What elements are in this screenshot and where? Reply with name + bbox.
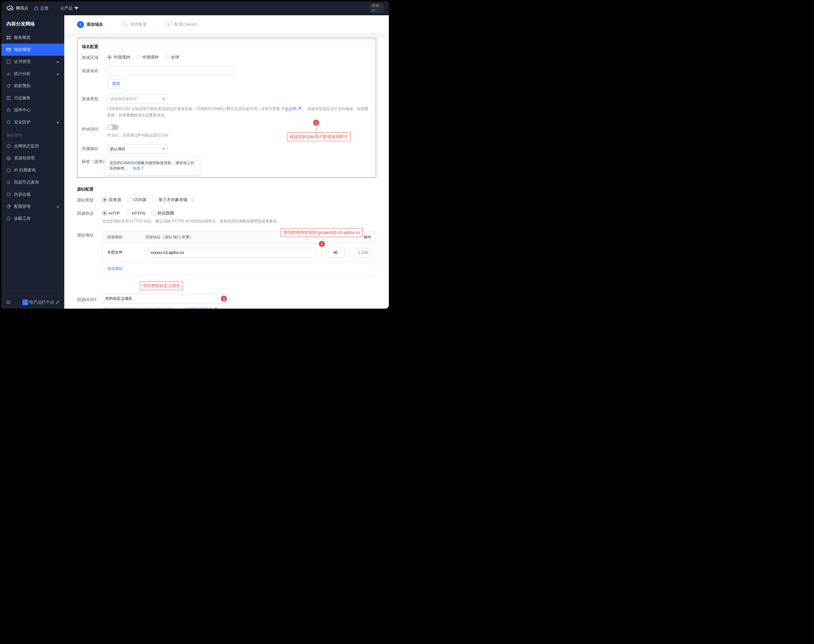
sidebar-item-monitor[interactable]: 全网状态监控 — [1, 140, 64, 152]
sidebar-item-plugin[interactable]: 插件中心 — [1, 104, 64, 116]
radio-label: HTTPS — [132, 211, 146, 216]
quota-icon — [6, 204, 11, 209]
origin-weight-input[interactable] — [355, 248, 371, 258]
sidebar-item-ip[interactable]: IP 归属查询 — [1, 164, 64, 176]
ipv6-toggle[interactable] — [107, 124, 119, 130]
row-domain: 加速域名 添加 — [82, 66, 372, 89]
radio-region-overseas[interactable]: 中国境外 — [136, 54, 159, 60]
row-origin-addr: 源站地址 填写软件内对应的 {projectId}.n3.apifox.cn 2… — [77, 230, 376, 276]
host-help-link[interactable]: 什么是回源HOST？ — [179, 307, 218, 309]
radio-dot-icon — [152, 198, 156, 202]
radio-proto-http[interactable]: HTTP — [103, 211, 120, 216]
domain-input[interactable] — [107, 66, 235, 76]
field-label: 标签（选填） — [82, 157, 107, 164]
accel-type-select[interactable]: 请选择加速类型 — [107, 94, 168, 104]
add-domain-button[interactable]: 添加 — [107, 79, 125, 89]
chevron-down-icon — [162, 148, 165, 150]
annotation-text: 根据您的目标用户群体选择即可 — [287, 132, 351, 141]
radio-label: 中国境外 — [142, 54, 159, 60]
annotation-text: 填写您的自定义域名 — [140, 281, 183, 290]
sidebar-item-content[interactable]: 内容合规 — [1, 189, 64, 201]
help-text-part: CDN和ECDN 分别适用于静态资源或动态资源加速。CDN和ECDN的计费方式及… — [107, 107, 280, 111]
product-doc-link[interactable]: 产品文档 — [281, 107, 301, 111]
step-1[interactable]: 1 添加域名 — [77, 21, 103, 28]
sidebar-item-package[interactable]: 资源包管理 — [1, 152, 64, 164]
radio-label: 第三方对象存储 — [158, 197, 187, 203]
sidebar-item-diag[interactable]: 诊断工具 — [1, 213, 64, 225]
field-label: IPv6访问 — [82, 124, 107, 132]
radio-dot-icon — [164, 55, 169, 60]
origin-port-input[interactable] — [326, 248, 345, 258]
collapse-icon[interactable] — [6, 300, 11, 305]
add-origin-link[interactable]: 添加源站 — [107, 266, 123, 271]
nav-products[interactable]: 云产品 — [60, 5, 78, 11]
radio-proto-https[interactable]: HTTPS — [126, 211, 146, 216]
radio-dot-icon — [103, 211, 107, 215]
info-icon[interactable]: i — [191, 198, 195, 202]
row-region: 加速区域 中国境内 中国境外 全球 — [82, 53, 372, 60]
sidebar-label: 内容合规 — [14, 192, 31, 197]
row-origin-type: 源站类型 自有源 COS源 第三方对象存储i — [77, 195, 376, 203]
radio-region-global[interactable]: 全球 — [164, 54, 179, 60]
form-card: 域名配置 加速区域 中国境内 中国境外 全球 加速域名 添加 — [64, 38, 389, 309]
radio-label: COS源 — [133, 197, 146, 203]
radio-origin-3rd[interactable]: 第三方对象存储i — [152, 197, 195, 203]
region-radio-group: 中国境内 中国境外 全球 — [107, 53, 372, 60]
plugin-icon — [6, 108, 11, 112]
svg-rect-4 — [7, 169, 11, 172]
chevron-right-icon: 〉 — [110, 22, 114, 28]
field-label: 回源协议 — [77, 209, 103, 216]
help-text-part: 回源HOST是回源时在源站访问的站点域名。 — [103, 307, 178, 309]
sidebar-item-overview[interactable]: 服务概览 — [1, 32, 64, 44]
sidebar-label: 回源节点查询 — [14, 179, 39, 185]
step-label: 添加域名 — [87, 21, 103, 28]
diag-icon — [6, 216, 11, 221]
global-search[interactable]: 搜索产 — [370, 4, 384, 13]
tooltip-dismiss-link[interactable]: 知道了 — [133, 166, 144, 170]
sidebar-label: 安全防护 — [14, 119, 31, 125]
radio-label: 自有源 — [109, 197, 121, 203]
origin-host-input[interactable] — [103, 294, 230, 304]
chevron-down-icon — [162, 98, 165, 100]
sidebar-item-log[interactable]: 日志服务 — [1, 92, 64, 104]
project-select[interactable]: 默认项目 — [107, 144, 168, 154]
sidebar-item-security[interactable]: 安全防护 — [1, 116, 64, 128]
sidebar-item-quota[interactable]: 配额管理 — [1, 201, 64, 213]
log-icon — [6, 96, 11, 100]
rate-label: 给产品打个分 — [29, 299, 54, 305]
separator: : — [347, 250, 352, 255]
radio-proto-follow[interactable]: 协议跟随 — [151, 210, 174, 216]
row-project: 所属项目 默认项目 — [82, 144, 372, 154]
sidebar-item-domain[interactable]: 域名管理 — [1, 44, 64, 56]
cloud-icon — [6, 5, 13, 12]
radio-dot-icon — [136, 55, 140, 60]
radio-origin-self[interactable]: 自有源 — [103, 197, 121, 203]
nav-home[interactable]: 总览 — [34, 5, 48, 11]
sidebar-label: 诊断工具 — [14, 216, 31, 221]
chevron-down-icon — [56, 204, 59, 209]
rate-product[interactable]: 给产品打个分 — [23, 299, 60, 305]
step-number: 2 — [121, 21, 128, 28]
origin-addr-input[interactable] — [148, 248, 316, 258]
edit-icon — [55, 300, 60, 305]
radio-region-cn[interactable]: 中国境内 — [107, 54, 130, 60]
sidebar-item-stats[interactable]: 统计分析 — [1, 68, 64, 80]
radio-origin-cos[interactable]: COS源 — [127, 197, 146, 203]
field-label: 源站类型 — [77, 195, 103, 203]
radio-dot-icon — [151, 211, 156, 215]
brand-logo[interactable]: 腾讯云 — [6, 5, 28, 12]
row-origin-host: 回源HOST 3 — [77, 294, 376, 304]
svg-rect-0 — [7, 48, 11, 51]
topbar-divider — [54, 5, 54, 11]
step-3[interactable]: 3 配置CNAME — [165, 21, 198, 28]
host-help: 回源HOST是回源时在源站访问的站点域名。 什么是回源HOST？ 请确保您配置的… — [103, 306, 376, 309]
doc-icon — [6, 60, 11, 64]
sidebar-label: 服务概览 — [14, 35, 31, 40]
sidebar-item-node[interactable]: 回源节点查询 — [1, 176, 64, 189]
type-help: CDN和ECDN 分别适用于静态资源或动态资源加速。CDN和ECDN的计费方式及… — [107, 106, 372, 119]
step-2[interactable]: 2 推荐配置 — [121, 21, 147, 28]
shield-icon — [6, 120, 11, 124]
sidebar-item-cert[interactable]: 证书管理 — [1, 56, 64, 68]
sidebar-item-refresh[interactable]: 刷新预热 — [1, 80, 64, 92]
tooltip-text: 若您的CAM访问策略为按照标签授权，请添加上对应的标签。 — [109, 161, 195, 170]
